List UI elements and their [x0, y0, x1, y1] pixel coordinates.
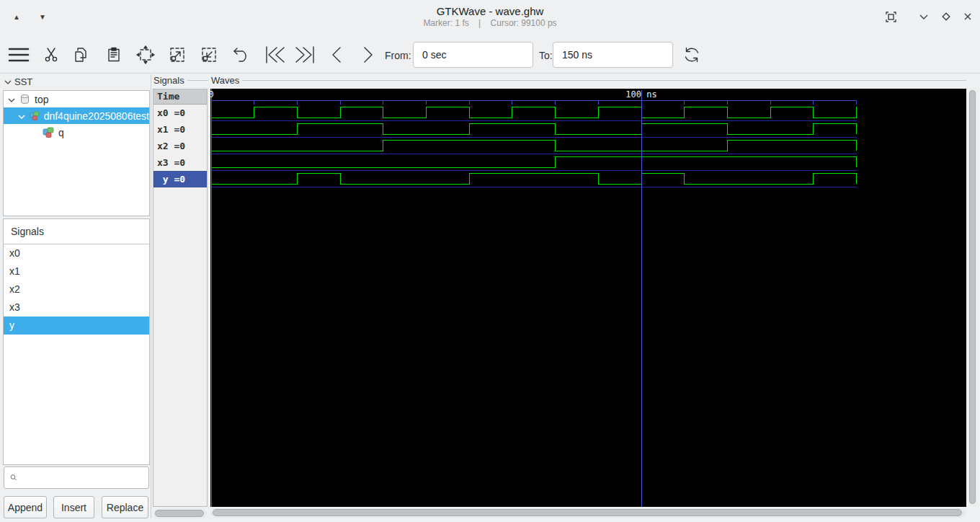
database-icon [19, 94, 30, 105]
chevron-down-icon [4, 76, 12, 87]
wave-name-row-y[interactable]: y =0 [153, 171, 207, 187]
to-time-input[interactable] [553, 42, 673, 68]
close-button[interactable] [958, 8, 978, 25]
fullscreen-icon [885, 11, 897, 23]
waves-frame-label: Waves [211, 75, 966, 86]
tree-node-label: dnf4quine20250806test [44, 110, 149, 122]
status-divider: | [478, 18, 481, 28]
chevron-down-icon[interactable] [18, 110, 25, 122]
wave-name-row-x0[interactable]: x0 =0 [153, 105, 207, 121]
names-hscrollbar[interactable] [153, 509, 207, 518]
svg-text:0: 0 [210, 89, 214, 99]
go-to-end-button[interactable] [293, 42, 318, 68]
sst-expander[interactable]: SST [4, 75, 32, 88]
waves-hscrollbar-thumb[interactable] [213, 509, 962, 516]
signal-search[interactable] [4, 466, 149, 489]
tree-node-dnf4quine[interactable]: dnf4quine20250806test [4, 107, 149, 124]
signal-item-x3[interactable]: x3 [4, 298, 149, 317]
undo-button[interactable] [228, 42, 254, 68]
signal-item-x2[interactable]: x2 [4, 280, 149, 298]
cut-button[interactable] [38, 42, 64, 68]
skip-to-end-icon [295, 45, 316, 64]
frame-rule [242, 80, 966, 81]
menu-button[interactable] [6, 42, 32, 68]
next-edge-button[interactable] [355, 42, 381, 68]
paste-button[interactable] [101, 42, 127, 68]
insert-button[interactable]: Insert [53, 496, 94, 518]
close-icon [962, 11, 974, 22]
search-input[interactable] [22, 467, 148, 488]
sst-tree: top dnf4quine20250806test q [3, 90, 150, 216]
module-icon [30, 110, 40, 121]
reload-icon [682, 45, 701, 64]
search-icon [10, 472, 17, 483]
zoom-out-icon [200, 45, 218, 64]
wave-names-panel: Time x0 =0 x1 =0 x2 =0 x3 =0 y =0 [153, 89, 208, 507]
prev-edge-button[interactable] [324, 42, 349, 68]
from-label: From: [385, 50, 411, 61]
to-label: To: [539, 50, 553, 61]
tree-node-label: top [35, 94, 48, 105]
signals-list-header: Signals [4, 219, 149, 244]
chevron-right-icon [361, 45, 375, 64]
minimize-button[interactable] [914, 8, 934, 25]
hamburger-menu-icon [8, 47, 30, 63]
go-to-start-button[interactable] [262, 42, 288, 68]
zoom-fit-icon [136, 45, 155, 64]
replace-button[interactable]: Replace [102, 496, 148, 518]
names-frame-label: Signals [153, 75, 208, 86]
wave-name-row-x3[interactable]: x3 =0 [153, 154, 207, 171]
names-hscrollbar-thumb[interactable] [155, 510, 204, 517]
waves-frame-label-text: Waves [211, 75, 239, 86]
signal-item-y[interactable]: y [4, 317, 149, 335]
wave-name-row-x2[interactable]: x2 =0 [153, 138, 207, 154]
waves-vscrollbar[interactable] [968, 89, 977, 507]
tree-node-top[interactable]: top [4, 91, 149, 107]
pane-splitter[interactable] [151, 74, 151, 518]
status-line: Marker: 1 fs | Cursor: 99100 ps [0, 18, 980, 28]
zoom-in-button[interactable] [164, 42, 190, 68]
zoom-fit-button[interactable] [133, 42, 159, 68]
skip-to-start-icon [264, 45, 285, 64]
zoom-out-button[interactable] [196, 42, 222, 68]
copy-icon [74, 47, 90, 63]
time-header: Time [153, 89, 207, 105]
svg-text:100 ns: 100 ns [625, 89, 656, 99]
signals-list: Signals x0 x1 x2 x3 y [3, 218, 150, 465]
from-time-input[interactable] [413, 42, 533, 68]
names-frame-label-text: Signals [153, 75, 184, 86]
marker-status: Marker: 1 fs [423, 18, 468, 28]
signal-item-x0[interactable]: x0 [4, 244, 149, 262]
cursor-status: Cursor: 99100 ps [491, 18, 557, 28]
undo-arrow-icon [232, 46, 251, 63]
chevron-down-icon[interactable] [8, 94, 15, 105]
signal-item-x1[interactable]: x1 [4, 262, 149, 280]
diamond-icon [940, 11, 952, 22]
clipboard-icon [106, 47, 122, 63]
waves-hscrollbar[interactable] [210, 508, 966, 518]
copy-button[interactable] [69, 42, 95, 68]
maximize-button[interactable] [936, 8, 956, 25]
frame-rule [187, 80, 208, 81]
window-title: GTKWave - wave.ghw [0, 5, 980, 17]
wave-name-row-x1[interactable]: x1 =0 [153, 121, 207, 138]
waveform-area[interactable]: 0100 ns [210, 89, 966, 507]
module-icon [43, 127, 54, 138]
tree-node-label: q [58, 127, 64, 138]
waves-vscrollbar-thumb[interactable] [969, 90, 976, 504]
titlebar: ▲ ▼ GTKWave - wave.ghw Marker: 1 fs | Cu… [0, 0, 980, 33]
sst-label: SST [14, 76, 32, 87]
chevron-down-icon [918, 11, 930, 22]
zoom-in-icon [168, 45, 187, 64]
scissors-icon [43, 47, 59, 63]
fullscreen-button[interactable] [881, 8, 901, 25]
reload-button[interactable] [679, 42, 705, 68]
tree-node-q[interactable]: q [4, 124, 149, 141]
append-button[interactable]: Append [4, 496, 47, 518]
chevron-left-icon [329, 45, 344, 64]
waveform-canvas[interactable]: 0100 ns [210, 89, 966, 507]
